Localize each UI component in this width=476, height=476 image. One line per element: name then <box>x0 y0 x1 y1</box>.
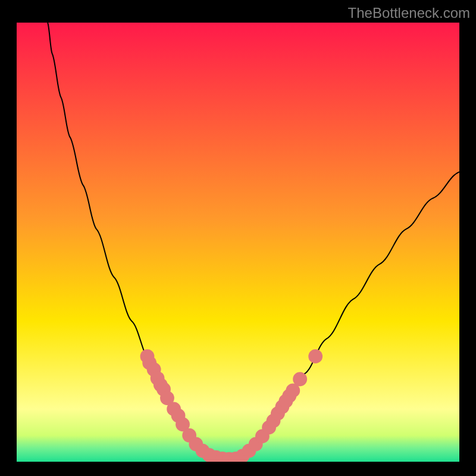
watermark-text: TheBottleneck.com <box>348 5 470 21</box>
v-curve-chart <box>17 23 459 462</box>
chart-container <box>17 23 459 462</box>
data-marker <box>293 372 307 386</box>
gradient-background <box>17 23 459 462</box>
data-marker <box>308 349 322 364</box>
